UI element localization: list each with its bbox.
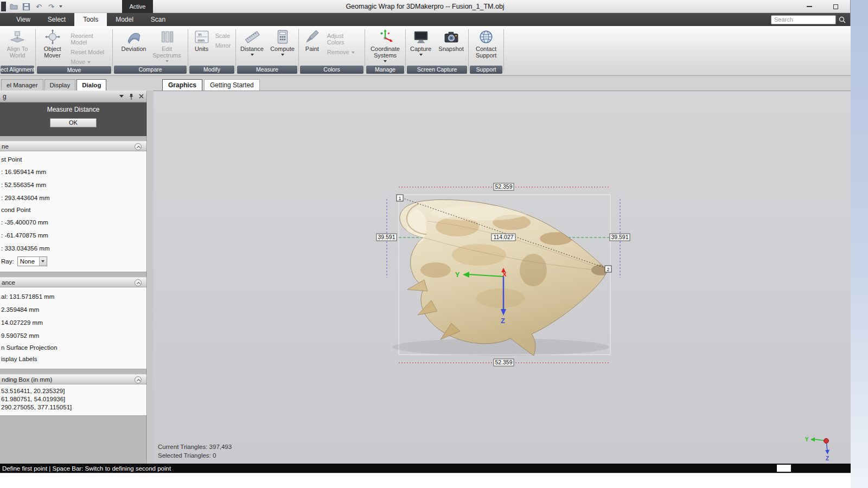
redo-icon[interactable]: ↷ [47,2,56,11]
tab-model[interactable]: Model [107,13,142,26]
measure-label-middle: 114.027 [492,234,515,241]
dock-tab-display[interactable]: Display [44,79,76,91]
dock-tab-model-manager[interactable]: el Manager [1,79,43,91]
edit-spectrums-button[interactable]: Edit Spectrums [151,28,183,65]
panel-splitter[interactable] [148,91,154,464]
svg-text:Z: Z [501,317,505,325]
panel-header: g [0,91,146,102]
group-label-move: Move [37,66,111,74]
ribbon-separator [35,29,36,72]
open-icon[interactable] [9,2,18,11]
group-label-support: Support [470,66,502,74]
deviation-button[interactable]: Deviation [118,28,150,65]
graphics-canvas[interactable]: 52.359 52.359 39.591 39.591 114.027 [154,91,851,464]
dropdown-arrow-icon [87,61,91,63]
app-icon[interactable] [1,2,6,11]
units-button[interactable]: inmm Units [192,28,212,65]
minimize-icon [807,6,812,7]
collapse-chevron-icon[interactable] [135,279,142,286]
capture-button[interactable]: Capture [407,28,434,65]
snapshot-button[interactable]: Snapshot [436,28,467,65]
section-define: ne st Point : 16.959414 mm : 52.556354 m… [0,141,146,272]
section-header-bounding-box[interactable]: nding Box (in mm) [0,374,146,384]
ribbon-group-modify: inmm Units Scale Mirror Modify [189,27,235,74]
tab-graphics[interactable]: Graphics [162,79,202,91]
align-to-world-icon [10,29,25,44]
section-bounding-box: nding Box (in mm) 53.516411, 20.235329] … [0,374,146,416]
move-button[interactable]: Move [69,58,92,66]
maximize-button[interactable] [829,2,841,11]
scale-button[interactable]: Scale [214,32,232,40]
ok-button[interactable]: OK [50,118,97,127]
paint-button[interactable]: Paint [301,28,324,65]
tab-select[interactable]: Select [39,13,74,26]
group-label-modify: Modify [189,66,234,74]
ribbon-separator [298,29,299,72]
svg-text:Y: Y [805,436,809,442]
coordinate-systems-button[interactable]: Coordinate Systems [367,28,403,65]
ribbon-group-manage: Coordinate Systems Manage [366,27,405,74]
align-to-world-button[interactable]: Align To World [2,28,33,65]
dialog-title: Measure Distance [0,102,146,113]
collapse-chevron-icon[interactable] [135,143,142,150]
dock-tab-dialog[interactable]: Dialog [76,79,106,91]
ribbon-separator [468,29,469,72]
svg-text:39.591: 39.591 [611,234,628,240]
group-label-compare: Compare [114,66,187,74]
dropdown-arrow-icon [165,60,169,62]
ribbon-group-measure: Distance Compute Measure [237,27,298,74]
dropdown-arrow-icon [281,54,284,56]
second-point-z: : 333.034356 mm [1,242,146,255]
orientation-axes-indicator[interactable]: Y Z [805,436,829,461]
reorient-model-button[interactable]: Reorient Model [69,32,111,46]
quick-access-dropdown-icon[interactable] [59,5,62,8]
contact-support-globe-icon [478,29,494,44]
measure-label-bottom: 52.359 [494,359,514,366]
tab-view[interactable]: View [8,13,39,26]
display-labels-option[interactable]: isplay Labels [1,354,146,365]
remove-button[interactable]: Remove [326,48,356,56]
deviation-icon [126,29,142,44]
svg-text:mm: mm [197,38,205,43]
search-input[interactable] [771,15,836,24]
save-icon[interactable] [22,2,31,11]
pin-icon[interactable] [129,93,134,100]
reset-model-button[interactable]: Reset Model [69,48,106,56]
panel-menu-icon[interactable] [119,95,124,98]
compute-button[interactable]: Compute [268,28,297,65]
ribbon-group-screen-capture: Capture Snapshot Screen Capture [406,27,468,74]
svg-text:in: in [198,32,201,37]
svg-text:Z: Z [826,455,829,461]
section-header-define[interactable]: ne [0,141,146,151]
tab-tools[interactable]: Tools [74,13,107,26]
surface-projection-option[interactable]: n Surface Projection [1,342,146,354]
group-label-object-alignment: ect Alignment [1,66,34,74]
contact-support-button[interactable]: Contact Support [470,28,502,65]
shell-model[interactable] [392,200,611,356]
group-label-measure: Measure [237,66,297,74]
minimize-button[interactable] [803,2,815,11]
ray-dropdown[interactable]: None [17,256,47,266]
bbox-x-range: 53.516411, 20.235329] [1,387,146,395]
section-distance: ance al: 131.571851 mm 2.359484 mm 14.02… [0,277,146,369]
tab-scan[interactable]: Scan [142,13,174,26]
collapse-chevron-icon[interactable] [135,376,142,383]
undo-icon[interactable]: ↶ [34,2,43,11]
search-icon[interactable] [839,16,846,23]
titlebar: ↶ ↷ Geomagic Wrap for 3DMakerpro -- Fusi… [0,0,850,13]
contextual-tab-active[interactable]: Active [122,0,153,13]
dropdown-arrow-icon [384,60,387,62]
section-header-distance[interactable]: ance [0,277,146,287]
ray-dropdown-button[interactable] [39,257,47,266]
object-mover-button[interactable]: Object Mover [37,28,67,66]
distance-button[interactable]: Distance [238,28,266,65]
close-icon[interactable] [139,94,144,99]
mirror-button[interactable]: Mirror [214,42,233,49]
dock-tabs: el Manager Display Dialog [1,79,107,91]
ribbon: Align To World ect Alignment Object Move… [0,26,851,76]
paint-brush-icon [304,29,320,44]
graphics-viewport[interactable]: 52.359 52.359 39.591 39.591 114.027 [154,91,851,464]
tab-getting-started[interactable]: Getting Started [204,79,260,91]
adjust-colors-button[interactable]: Adjust Colors [326,32,363,46]
bbox-z-range: 290.275055, 377.115051] [1,403,146,412]
